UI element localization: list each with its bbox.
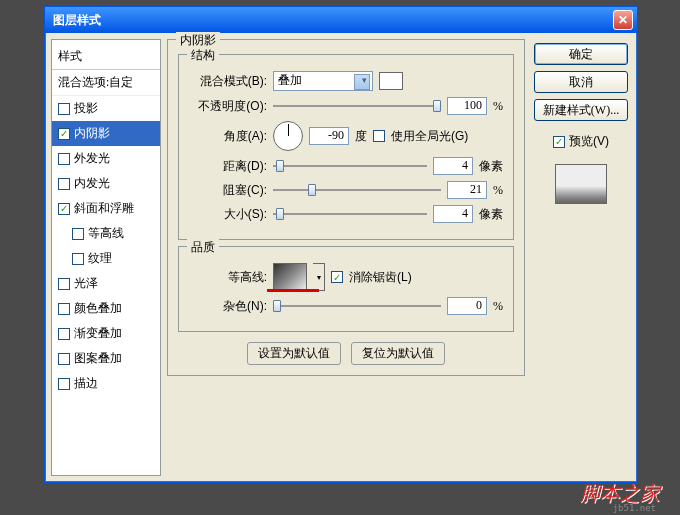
preview-label: 预览(V) <box>569 133 609 150</box>
checkbox[interactable] <box>58 328 70 340</box>
style-item-stroke[interactable]: 描边 <box>52 371 160 396</box>
action-panel: 确定 取消 新建样式(W)... 预览(V) <box>531 39 631 476</box>
ok-button[interactable]: 确定 <box>534 43 628 65</box>
blend-mode-label: 混合模式(B): <box>189 73 267 90</box>
global-light-checkbox[interactable] <box>373 130 385 142</box>
style-item-texture[interactable]: 纹理 <box>52 246 160 271</box>
style-item-innershadow[interactable]: 内阴影 <box>52 121 160 146</box>
contour-picker[interactable] <box>273 263 307 291</box>
titlebar[interactable]: 图层样式 ✕ <box>45 7 637 33</box>
color-swatch[interactable] <box>379 72 403 90</box>
opacity-label: 不透明度(O): <box>189 98 267 115</box>
layer-style-dialog: 图层样式 ✕ 样式 混合选项:自定 投影 内阴影 外发光 内发光 斜面和浮雕 等… <box>44 6 638 483</box>
size-input[interactable]: 4 <box>433 205 473 223</box>
checkbox[interactable] <box>72 253 84 265</box>
cancel-button[interactable]: 取消 <box>534 71 628 93</box>
style-item-patternoverlay[interactable]: 图案叠加 <box>52 346 160 371</box>
angle-input[interactable]: -90 <box>309 127 349 145</box>
style-item-innerglow[interactable]: 内发光 <box>52 171 160 196</box>
angle-dial[interactable] <box>273 121 303 151</box>
noise-label: 杂色(N): <box>189 298 267 315</box>
antialias-label: 消除锯齿(L) <box>349 269 412 286</box>
inner-shadow-panel: 内阴影 结构 混合模式(B): 叠加 不透明度(O): 100 % <box>167 39 525 376</box>
preview-swatch <box>555 164 607 204</box>
new-style-button[interactable]: 新建样式(W)... <box>534 99 628 121</box>
quality-group: 品质 等高线: ▾ 消除锯齿(L) 杂色(N): 0 % <box>178 246 514 332</box>
annotation-underline <box>267 289 319 292</box>
checkbox[interactable] <box>58 353 70 365</box>
checkbox[interactable] <box>58 378 70 390</box>
checkbox[interactable] <box>58 203 70 215</box>
watermark-url: jb51.net <box>613 503 656 513</box>
choke-slider[interactable] <box>273 182 441 198</box>
blend-mode-select[interactable]: 叠加 <box>273 71 373 91</box>
structure-group: 结构 混合模式(B): 叠加 不透明度(O): 100 % 角度(A): <box>178 54 514 240</box>
checkbox[interactable] <box>58 103 70 115</box>
styles-list: 样式 混合选项:自定 投影 内阴影 外发光 内发光 斜面和浮雕 等高线 纹理 光… <box>51 39 161 476</box>
make-default-button[interactable]: 设置为默认值 <box>247 342 341 365</box>
style-item-dropshadow[interactable]: 投影 <box>52 96 160 121</box>
style-item-bevel[interactable]: 斜面和浮雕 <box>52 196 160 221</box>
noise-slider[interactable] <box>273 298 441 314</box>
close-icon: ✕ <box>618 13 628 27</box>
size-label: 大小(S): <box>189 206 267 223</box>
choke-label: 阻塞(C): <box>189 182 267 199</box>
distance-slider[interactable] <box>273 158 427 174</box>
contour-label: 等高线: <box>189 269 267 286</box>
distance-input[interactable]: 4 <box>433 157 473 175</box>
close-button[interactable]: ✕ <box>613 10 633 30</box>
blend-options[interactable]: 混合选项:自定 <box>52 70 160 96</box>
checkbox[interactable] <box>58 303 70 315</box>
contour-dropdown[interactable]: ▾ <box>313 263 325 291</box>
opacity-slider[interactable] <box>273 98 441 114</box>
checkbox[interactable] <box>58 153 70 165</box>
checkbox[interactable] <box>72 228 84 240</box>
global-light-label: 使用全局光(G) <box>391 128 468 145</box>
structure-legend: 结构 <box>187 47 219 64</box>
checkbox[interactable] <box>58 278 70 290</box>
window-title: 图层样式 <box>49 12 613 29</box>
noise-input[interactable]: 0 <box>447 297 487 315</box>
style-item-outerglow[interactable]: 外发光 <box>52 146 160 171</box>
checkbox[interactable] <box>58 128 70 140</box>
antialias-checkbox[interactable] <box>331 271 343 283</box>
opacity-input[interactable]: 100 <box>447 97 487 115</box>
style-item-contour[interactable]: 等高线 <box>52 221 160 246</box>
preview-checkbox[interactable] <box>553 136 565 148</box>
quality-legend: 品质 <box>187 239 219 256</box>
style-item-satin[interactable]: 光泽 <box>52 271 160 296</box>
checkbox[interactable] <box>58 178 70 190</box>
angle-label: 角度(A): <box>189 128 267 145</box>
choke-input[interactable]: 21 <box>447 181 487 199</box>
styles-header: 样式 <box>52 44 160 70</box>
size-slider[interactable] <box>273 206 427 222</box>
reset-default-button[interactable]: 复位为默认值 <box>351 342 445 365</box>
style-item-gradientoverlay[interactable]: 渐变叠加 <box>52 321 160 346</box>
distance-label: 距离(D): <box>189 158 267 175</box>
style-item-coloroverlay[interactable]: 颜色叠加 <box>52 296 160 321</box>
